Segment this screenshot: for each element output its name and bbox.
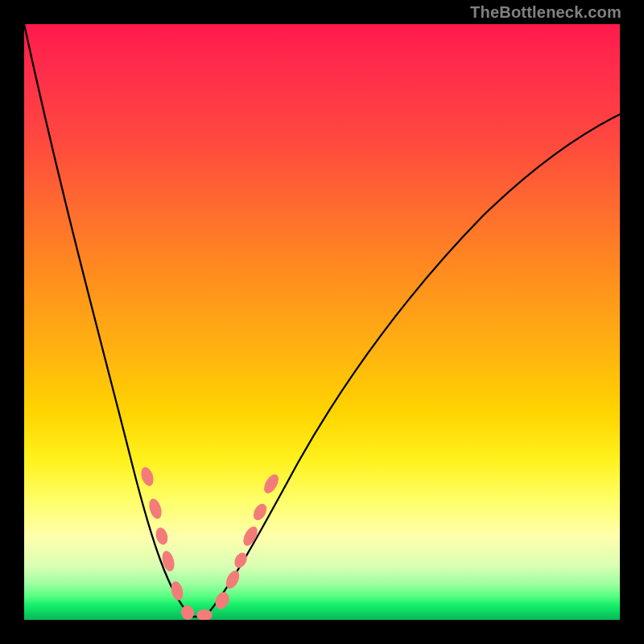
svg-point-4 [169, 580, 184, 602]
svg-point-3 [160, 550, 176, 573]
svg-point-7 [213, 590, 232, 612]
plot-area [24, 24, 620, 620]
svg-point-0 [139, 465, 156, 487]
dot-cluster-right [213, 472, 281, 611]
svg-point-2 [154, 526, 170, 546]
chart-frame: TheBottleneck.com [0, 0, 644, 644]
dot-cluster-left [139, 465, 213, 620]
watermark-label: TheBottleneck.com [470, 3, 621, 22]
curve-layer [24, 24, 620, 620]
svg-point-1 [147, 497, 164, 521]
bottleneck-curve [24, 24, 620, 617]
svg-point-12 [261, 472, 281, 496]
